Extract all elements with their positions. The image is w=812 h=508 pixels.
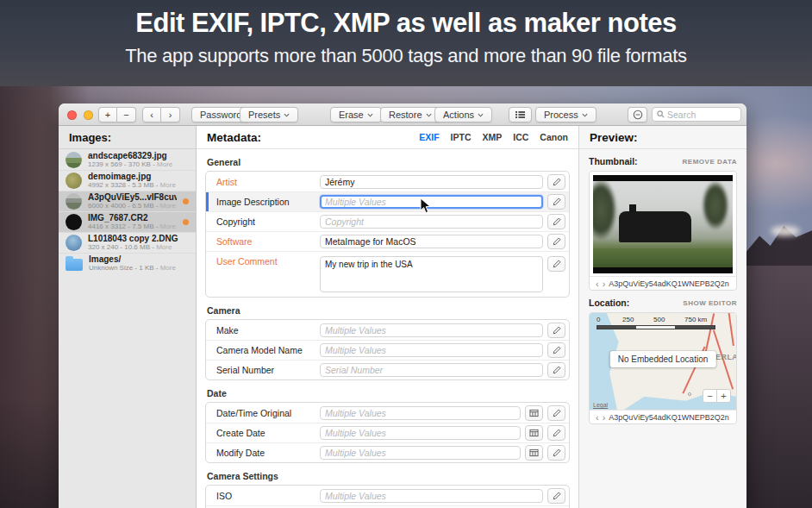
more-link[interactable]: More xyxy=(156,243,172,251)
restore-dropdown[interactable]: Restore xyxy=(380,107,440,122)
process-dropdown[interactable]: Process xyxy=(535,107,597,122)
search-input[interactable] xyxy=(667,110,736,120)
more-link[interactable]: More xyxy=(160,202,176,210)
edit-pencil-button[interactable] xyxy=(547,342,565,358)
erase-dropdown[interactable]: Erase xyxy=(330,107,382,122)
list-item[interactable]: IMG_7687.CR24416 x 3312 - 7.5 MB - More xyxy=(59,211,196,232)
list-item[interactable]: A3pQuViEy5...vIF8cuvA..JPG6000 x 4000 - … xyxy=(59,191,196,211)
image-name: IMG_7687.CR2 xyxy=(88,213,176,223)
list-item[interactable]: Images/Unknown Size - 1 KB - More xyxy=(59,253,196,273)
edit-pencil-button[interactable] xyxy=(547,445,565,461)
calendar-button[interactable] xyxy=(525,445,543,461)
tab-iptc[interactable]: IPTC xyxy=(451,132,472,142)
field-input[interactable] xyxy=(320,323,543,337)
calendar-button[interactable] xyxy=(525,425,543,441)
forward-button[interactable]: › xyxy=(161,107,180,122)
more-link[interactable]: More xyxy=(157,160,172,168)
preview-panel: Preview: Thumbnail: REMOVE DATA xyxy=(579,126,746,508)
field-input[interactable] xyxy=(320,406,521,420)
field-label: ISO xyxy=(216,491,320,501)
close-button[interactable] xyxy=(67,110,77,120)
more-link[interactable]: More xyxy=(160,223,176,230)
tab-exif[interactable]: EXIF xyxy=(419,132,439,142)
more-link[interactable]: More xyxy=(160,264,176,272)
map-city-dot xyxy=(688,392,691,396)
presets-dropdown[interactable]: Presets xyxy=(240,107,298,122)
field-input[interactable] xyxy=(320,446,521,460)
edit-pencil-button[interactable] xyxy=(547,234,565,249)
tab-xmp[interactable]: XMP xyxy=(482,132,502,142)
pencil-icon xyxy=(553,237,561,246)
list-item[interactable]: L1018043 copy 2.DNG320 x 240 - 10.6 MB -… xyxy=(59,232,196,253)
field-row: Software xyxy=(206,231,569,251)
field-card: ISO xyxy=(205,485,570,508)
edit-pencil-button[interactable] xyxy=(547,194,565,210)
edit-pencil-button[interactable] xyxy=(547,362,565,378)
field-input[interactable] xyxy=(320,426,521,440)
no-location-overlay: No Embedded Location xyxy=(610,351,716,367)
edit-pencil-button[interactable] xyxy=(547,488,565,504)
next-image-button[interactable]: › xyxy=(603,413,606,422)
image-thumbnail xyxy=(66,214,82,230)
calendar-button[interactable] xyxy=(525,405,543,421)
field-row: Date/Time Original xyxy=(206,403,569,423)
edit-pencil-button[interactable] xyxy=(547,425,565,441)
show-editor-link[interactable]: SHOW EDITOR xyxy=(683,299,737,307)
map-zoom-in-button[interactable]: + xyxy=(716,389,731,403)
image-name: L1018043 copy 2.DNG xyxy=(88,234,178,243)
field-input[interactable] xyxy=(320,489,543,503)
images-sidebar: Images: andscape68329.jpg1239 x 569 - 37… xyxy=(59,126,197,508)
section-label: Date xyxy=(207,388,568,398)
edit-pencil-button[interactable] xyxy=(547,323,565,338)
edit-pencil-button[interactable] xyxy=(547,256,565,272)
location-map[interactable]: SWITZERLAND 0250500750 km No Embedded Lo… xyxy=(590,313,736,410)
list-view-button[interactable] xyxy=(509,107,532,122)
image-list: andscape68329.jpg1239 x 569 - 370 KB - M… xyxy=(59,149,196,273)
field-row: Image Description xyxy=(206,191,569,211)
actions-dropdown[interactable]: Actions xyxy=(434,107,492,122)
photo-locomotive xyxy=(619,211,691,242)
field-input[interactable] xyxy=(320,235,543,248)
edit-pencil-button[interactable] xyxy=(547,174,565,190)
field-textarea[interactable] xyxy=(320,256,543,292)
field-input[interactable] xyxy=(320,195,543,209)
prev-image-button[interactable]: ‹ xyxy=(596,279,599,288)
image-thumbnail xyxy=(66,259,83,271)
field-row: Create Date xyxy=(206,423,569,442)
more-link[interactable]: More xyxy=(160,181,176,189)
next-image-button[interactable]: › xyxy=(603,279,606,288)
wallpaper-snow-patch xyxy=(771,226,800,236)
field-label: Artist xyxy=(216,177,320,187)
pencil-icon xyxy=(553,409,561,417)
pencil-icon xyxy=(553,198,561,206)
list-item[interactable]: demoimage.jpg4992 x 3328 - 5.3 MB - More xyxy=(59,170,196,191)
map-zoom-out-button[interactable]: − xyxy=(703,389,717,403)
banner-title: Edit EXIF, IPTC, XMP as well as maker no… xyxy=(0,0,812,39)
field-input[interactable] xyxy=(320,343,543,357)
chevron-down-icon xyxy=(478,113,484,117)
field-label: Create Date xyxy=(216,428,320,438)
field-input[interactable] xyxy=(320,215,543,229)
remove-metadata-button[interactable] xyxy=(628,107,647,122)
remove-data-link[interactable]: REMOVE DATA xyxy=(683,158,737,166)
nav-segment: ‹ › xyxy=(142,107,180,122)
tab-canon[interactable]: Canon xyxy=(540,132,568,142)
location-card: SWITZERLAND 0250500750 km No Embedded Lo… xyxy=(589,312,737,424)
remove-image-button[interactable]: − xyxy=(117,107,136,122)
edit-pencil-button[interactable] xyxy=(547,405,565,421)
field-input[interactable] xyxy=(320,175,543,189)
tab-icc[interactable]: ICC xyxy=(513,132,528,142)
minimize-button[interactable] xyxy=(84,110,93,120)
field-card: Date/Time OriginalCreate DateModify Date xyxy=(205,402,570,463)
add-image-button[interactable]: + xyxy=(98,107,117,122)
edit-pencil-button[interactable] xyxy=(547,214,565,229)
prev-image-button[interactable]: ‹ xyxy=(596,413,599,422)
field-row: Modify Date xyxy=(206,442,569,462)
field-input[interactable] xyxy=(320,363,543,377)
search-field[interactable] xyxy=(652,107,741,122)
list-item[interactable]: andscape68329.jpg1239 x 569 - 370 KB - M… xyxy=(59,149,196,170)
scale-tick: 0 xyxy=(597,316,600,323)
map-legal-link[interactable]: Legal xyxy=(593,402,608,408)
image-meta: 320 x 240 - 10.6 MB - More xyxy=(88,243,178,252)
back-button[interactable]: ‹ xyxy=(142,107,161,122)
